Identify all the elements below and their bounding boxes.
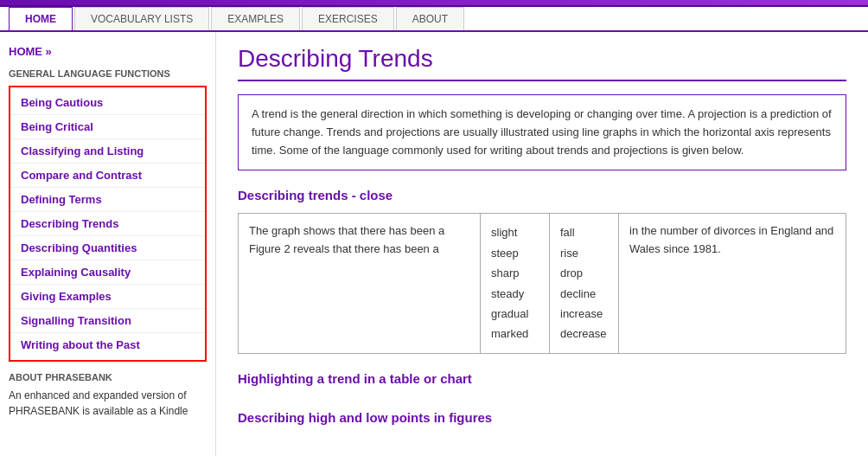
sidebar-menu-box: Being Cautious Being Critical Classifyin… [9, 86, 207, 362]
sidebar-item-being-critical[interactable]: Being Critical [10, 115, 205, 139]
sidebar-item-explaining[interactable]: Explaining Causality [10, 260, 205, 285]
general-lang-label: GENERAL LANGUAGE FUNCTIONS [9, 68, 207, 79]
nav-tab-exercises[interactable]: EXERCISES [302, 7, 394, 30]
ending-cell: in the number of divorces in England and… [619, 214, 846, 353]
home-link[interactable]: HOME » [9, 45, 207, 58]
nav-tab-vocabulary-lists[interactable]: VOCABULARY LISTS [74, 7, 209, 30]
sidebar-item-describing-trends[interactable]: Describing Trends [10, 212, 205, 236]
nav-tab-home[interactable]: HOME [9, 7, 73, 30]
trend-table: The graph shows that there has been a Fi… [238, 213, 846, 353]
info-box: A trend is the general direction in whic… [238, 94, 846, 170]
verbs-cell: fallrisedropdeclineincreasedecrease [550, 214, 619, 353]
about-phrasebank-label: ABOUT PHRASEBANK [9, 372, 207, 382]
sidebar-item-giving-examples[interactable]: Giving Examples [10, 285, 205, 309]
top-bar [0, 0, 868, 7]
nav-tab-examples[interactable]: EXAMPLES [211, 7, 300, 30]
sidebar-item-defining[interactable]: Defining Terms [10, 188, 205, 212]
adjectives-cell: slightsteepsharpsteadygradualmarked [481, 214, 550, 353]
nav-tabs: HOMEVOCABULARY LISTSEXAMPLESEXERCISESABO… [0, 7, 868, 32]
sidebar-item-signalling[interactable]: Signalling Transition [10, 309, 205, 333]
section3-heading: Describing high and low points in figure… [238, 410, 846, 425]
section1-heading: Describing trends - close [238, 188, 846, 202]
nav-tab-about[interactable]: ABOUT [396, 7, 464, 30]
page-title: Describing Trends [238, 45, 846, 81]
content-area: Describing Trends A trend is the general… [216, 32, 868, 456]
sidebar-item-compare[interactable]: Compare and Contrast [10, 164, 205, 188]
example-line1: The graph shows that there has been a [249, 224, 444, 237]
example-text-cell: The graph shows that there has been a Fi… [239, 214, 481, 353]
sidebar-item-describing-quantities[interactable]: Describing Quantities [10, 236, 205, 260]
about-phrasebank-text: An enhanced and expanded version of PHRA… [9, 388, 207, 419]
sidebar-item-being-cautious[interactable]: Being Cautious [10, 91, 205, 115]
sidebar-item-writing-past[interactable]: Writing about the Past [10, 333, 205, 357]
main-layout: HOME » GENERAL LANGUAGE FUNCTIONS Being … [0, 32, 868, 456]
sidebar: HOME » GENERAL LANGUAGE FUNCTIONS Being … [0, 32, 216, 456]
example-line2: Figure 2 reveals that there has been a [249, 242, 439, 255]
section2-heading: Highlighting a trend in a table or chart [238, 371, 846, 386]
sidebar-item-classifying[interactable]: Classifying and Listing [10, 139, 205, 164]
